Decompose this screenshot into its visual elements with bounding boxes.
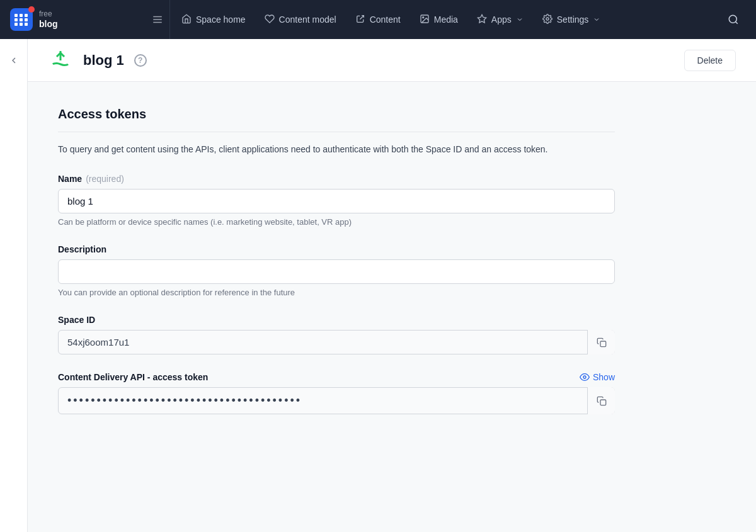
content-area: Access tokens To query and get content u… bbox=[28, 82, 645, 457]
svg-point-4 bbox=[422, 16, 423, 18]
nav-link-media[interactable]: Media bbox=[411, 9, 467, 31]
name-form-group: Name (required) Can be platform or devic… bbox=[58, 174, 615, 227]
space-id-label: Space ID bbox=[58, 315, 615, 325]
space-id-input-wrapper bbox=[58, 330, 615, 354]
brand-name: blog bbox=[39, 19, 58, 30]
delivery-api-label-row: Content Delivery API - access token Show bbox=[58, 372, 615, 382]
section-description: To query and get content using the APIs,… bbox=[58, 142, 615, 156]
nav-brand: free blog bbox=[39, 9, 58, 29]
delivery-api-input-wrapper bbox=[58, 387, 615, 414]
delivery-api-copy-button[interactable] bbox=[587, 387, 615, 414]
show-token-button[interactable]: Show bbox=[580, 372, 615, 382]
nav-logo-area: free blog bbox=[0, 8, 145, 31]
settings-chevron-icon bbox=[593, 16, 600, 23]
name-required: (required) bbox=[86, 174, 124, 184]
eye-icon bbox=[580, 372, 590, 382]
nav-link-label-content-model: Content model bbox=[279, 14, 336, 25]
nav-link-apps[interactable]: Apps bbox=[468, 9, 532, 31]
content-model-icon bbox=[265, 14, 275, 26]
top-nav: free blog Space home bbox=[0, 0, 756, 39]
space-id-copy-button[interactable] bbox=[587, 330, 615, 354]
back-button[interactable] bbox=[3, 49, 25, 72]
main-content: blog 1 ? Delete Access tokens To query a… bbox=[28, 39, 756, 532]
nav-link-space-home[interactable]: Space home bbox=[173, 9, 255, 31]
apps-chevron-icon bbox=[516, 16, 524, 23]
page-header-actions: Delete bbox=[684, 50, 736, 71]
nav-link-label-content: Content bbox=[370, 14, 401, 25]
delivery-api-input[interactable] bbox=[58, 387, 615, 414]
space-id-input[interactable] bbox=[58, 330, 615, 354]
nav-link-label-space-home: Space home bbox=[196, 14, 246, 25]
svg-line-7 bbox=[735, 21, 737, 23]
svg-rect-8 bbox=[600, 341, 606, 347]
page-title: blog 1 bbox=[83, 52, 124, 69]
settings-icon bbox=[542, 14, 553, 26]
search-button[interactable] bbox=[721, 7, 746, 32]
page-header: blog 1 ? Delete bbox=[28, 39, 756, 82]
nav-link-label-media: Media bbox=[434, 14, 458, 25]
description-input[interactable] bbox=[58, 259, 615, 284]
nav-link-content[interactable]: Content bbox=[346, 9, 410, 31]
nav-links: Space home Content model Content bbox=[173, 9, 721, 31]
description-label: Description bbox=[58, 244, 615, 254]
svg-rect-10 bbox=[600, 400, 606, 405]
delete-button[interactable]: Delete bbox=[684, 50, 736, 71]
section-title: Access tokens bbox=[58, 107, 615, 132]
help-icon[interactable]: ? bbox=[134, 54, 147, 67]
nav-link-label-settings: Settings bbox=[557, 14, 589, 25]
content-icon bbox=[355, 14, 365, 26]
copy-icon-2 bbox=[597, 396, 607, 406]
nav-link-content-model[interactable]: Content model bbox=[256, 9, 345, 31]
app-grid-button[interactable] bbox=[10, 8, 33, 31]
svg-point-6 bbox=[729, 15, 736, 23]
name-input[interactable] bbox=[58, 189, 615, 213]
svg-point-5 bbox=[546, 18, 549, 20]
page-header-icon bbox=[48, 48, 73, 73]
delivery-api-form-group: Content Delivery API - access token Show bbox=[58, 372, 615, 414]
name-label: Name (required) bbox=[58, 174, 615, 184]
nav-link-settings[interactable]: Settings bbox=[534, 9, 610, 31]
apps-icon bbox=[477, 14, 487, 26]
description-hint: You can provide an optional description … bbox=[58, 288, 615, 297]
show-label: Show bbox=[593, 372, 615, 382]
brand-top: free bbox=[39, 9, 58, 18]
media-icon bbox=[420, 14, 430, 26]
sidebar bbox=[0, 39, 28, 532]
home-icon bbox=[181, 14, 192, 26]
name-hint: Can be platform or device specific names… bbox=[58, 217, 615, 227]
space-id-form-group: Space ID bbox=[58, 315, 615, 354]
notification-badge bbox=[28, 6, 35, 13]
svg-point-9 bbox=[583, 376, 586, 378]
layout: blog 1 ? Delete Access tokens To query a… bbox=[0, 39, 756, 532]
description-form-group: Description You can provide an optional … bbox=[58, 244, 615, 297]
delivery-api-label: Content Delivery API - access token bbox=[58, 372, 208, 382]
hamburger-button[interactable] bbox=[145, 0, 170, 39]
nav-link-label-apps: Apps bbox=[491, 14, 512, 25]
copy-icon bbox=[597, 337, 607, 348]
